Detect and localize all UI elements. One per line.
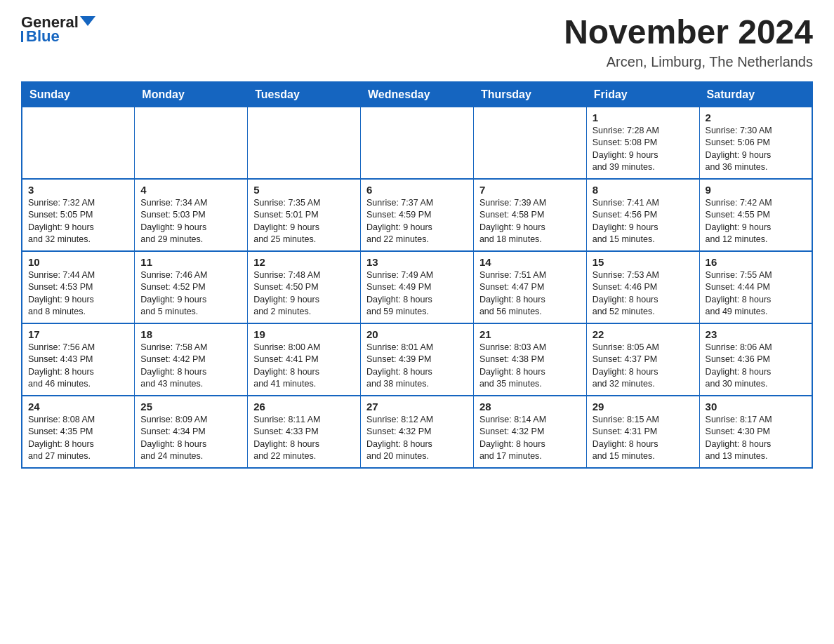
- day-info: Sunrise: 7:44 AM Sunset: 4:53 PM Dayligh…: [28, 269, 128, 318]
- calendar-cell: 25Sunrise: 8:09 AM Sunset: 4:34 PM Dayli…: [135, 396, 248, 468]
- calendar-cell: 21Sunrise: 8:03 AM Sunset: 4:38 PM Dayli…: [473, 323, 586, 396]
- calendar-cell: 20Sunrise: 8:01 AM Sunset: 4:39 PM Dayli…: [361, 323, 474, 396]
- day-info: Sunrise: 7:48 AM Sunset: 4:50 PM Dayligh…: [253, 269, 355, 318]
- calendar-cell: 30Sunrise: 8:17 AM Sunset: 4:30 PM Dayli…: [699, 396, 812, 468]
- day-info: Sunrise: 8:05 AM Sunset: 4:37 PM Dayligh…: [593, 342, 694, 391]
- day-number: 27: [366, 401, 468, 412]
- day-number: 28: [479, 401, 581, 412]
- day-info: Sunrise: 8:03 AM Sunset: 4:38 PM Dayligh…: [479, 342, 581, 391]
- page-header: General Blue November 2024 Arcen, Limbur…: [21, 14, 813, 70]
- calendar-cell: 2Sunrise: 7:30 AM Sunset: 5:06 PM Daylig…: [699, 107, 812, 179]
- calendar-cell: 6Sunrise: 7:37 AM Sunset: 4:59 PM Daylig…: [361, 179, 474, 251]
- day-number: 11: [140, 256, 241, 268]
- day-number: 16: [706, 256, 806, 268]
- calendar-cell: 29Sunrise: 8:15 AM Sunset: 4:31 PM Dayli…: [586, 396, 699, 468]
- day-number: 29: [593, 401, 694, 412]
- day-number: 8: [593, 184, 694, 196]
- day-number: 2: [706, 112, 806, 123]
- day-info: Sunrise: 7:34 AM Sunset: 5:03 PM Dayligh…: [140, 197, 241, 246]
- day-number: 3: [28, 184, 128, 196]
- day-number: 10: [28, 256, 128, 268]
- calendar-cell: 15Sunrise: 7:53 AM Sunset: 4:46 PM Dayli…: [586, 251, 699, 323]
- weekday-header-saturday: Saturday: [699, 82, 812, 107]
- location-title: Arcen, Limburg, The Netherlands: [564, 54, 813, 70]
- logo-triangle-icon: [80, 16, 95, 27]
- calendar-cell: 3Sunrise: 7:32 AM Sunset: 5:05 PM Daylig…: [22, 179, 135, 251]
- month-title: November 2024: [564, 14, 813, 51]
- calendar-table: SundayMondayTuesdayWednesdayThursdayFrid…: [21, 81, 813, 469]
- calendar-cell: 17Sunrise: 7:56 AM Sunset: 4:43 PM Dayli…: [22, 323, 135, 396]
- day-number: 5: [253, 184, 355, 196]
- calendar-cell: 13Sunrise: 7:49 AM Sunset: 4:49 PM Dayli…: [361, 251, 474, 323]
- day-number: 26: [253, 401, 355, 412]
- calendar-cell: [473, 107, 586, 179]
- day-number: 1: [593, 112, 694, 123]
- day-info: Sunrise: 8:01 AM Sunset: 4:39 PM Dayligh…: [366, 342, 468, 391]
- weekday-header-wednesday: Wednesday: [361, 82, 474, 107]
- svg-marker-0: [80, 16, 95, 26]
- calendar-cell: 26Sunrise: 8:11 AM Sunset: 4:33 PM Dayli…: [248, 396, 361, 468]
- day-info: Sunrise: 8:06 AM Sunset: 4:36 PM Dayligh…: [706, 342, 806, 391]
- day-info: Sunrise: 8:00 AM Sunset: 4:41 PM Dayligh…: [253, 342, 355, 391]
- day-info: Sunrise: 7:55 AM Sunset: 4:44 PM Dayligh…: [706, 269, 806, 318]
- calendar-week-row: 10Sunrise: 7:44 AM Sunset: 4:53 PM Dayli…: [22, 251, 812, 323]
- day-info: Sunrise: 8:11 AM Sunset: 4:33 PM Dayligh…: [253, 414, 355, 463]
- weekday-header-tuesday: Tuesday: [248, 82, 361, 107]
- calendar-cell: 7Sunrise: 7:39 AM Sunset: 4:58 PM Daylig…: [473, 179, 586, 251]
- day-number: 4: [140, 184, 241, 196]
- day-info: Sunrise: 8:17 AM Sunset: 4:30 PM Dayligh…: [706, 414, 806, 463]
- calendar-cell: 9Sunrise: 7:42 AM Sunset: 4:55 PM Daylig…: [699, 179, 812, 251]
- calendar-cell: 27Sunrise: 8:12 AM Sunset: 4:32 PM Dayli…: [361, 396, 474, 468]
- logo: General Blue: [21, 14, 95, 45]
- calendar-week-row: 24Sunrise: 8:08 AM Sunset: 4:35 PM Dayli…: [22, 396, 812, 468]
- day-number: 22: [593, 328, 694, 340]
- calendar-cell: [248, 107, 361, 179]
- calendar-cell: 12Sunrise: 7:48 AM Sunset: 4:50 PM Dayli…: [248, 251, 361, 323]
- calendar-week-row: 17Sunrise: 7:56 AM Sunset: 4:43 PM Dayli…: [22, 323, 812, 396]
- calendar-cell: 28Sunrise: 8:14 AM Sunset: 4:32 PM Dayli…: [473, 396, 586, 468]
- weekday-header-friday: Friday: [586, 82, 699, 107]
- day-info: Sunrise: 7:28 AM Sunset: 5:08 PM Dayligh…: [593, 125, 694, 174]
- day-number: 30: [706, 401, 806, 412]
- logo-text-blue: Blue: [26, 28, 60, 45]
- day-info: Sunrise: 8:08 AM Sunset: 4:35 PM Dayligh…: [28, 414, 128, 463]
- calendar-cell: 11Sunrise: 7:46 AM Sunset: 4:52 PM Dayli…: [135, 251, 248, 323]
- weekday-header-row: SundayMondayTuesdayWednesdayThursdayFrid…: [22, 82, 812, 107]
- calendar-week-row: 1Sunrise: 7:28 AM Sunset: 5:08 PM Daylig…: [22, 107, 812, 179]
- calendar-cell: 14Sunrise: 7:51 AM Sunset: 4:47 PM Dayli…: [473, 251, 586, 323]
- day-number: 6: [366, 184, 468, 196]
- day-number: 13: [366, 256, 468, 268]
- day-number: 23: [706, 328, 806, 340]
- calendar-cell: 16Sunrise: 7:55 AM Sunset: 4:44 PM Dayli…: [699, 251, 812, 323]
- day-info: Sunrise: 7:53 AM Sunset: 4:46 PM Dayligh…: [593, 269, 694, 318]
- calendar-cell: 5Sunrise: 7:35 AM Sunset: 5:01 PM Daylig…: [248, 179, 361, 251]
- day-number: 15: [593, 256, 694, 268]
- day-number: 20: [366, 328, 468, 340]
- day-number: 24: [28, 401, 128, 412]
- day-info: Sunrise: 8:12 AM Sunset: 4:32 PM Dayligh…: [366, 414, 468, 463]
- calendar-week-row: 3Sunrise: 7:32 AM Sunset: 5:05 PM Daylig…: [22, 179, 812, 251]
- calendar-cell: [361, 107, 474, 179]
- calendar-cell: 23Sunrise: 8:06 AM Sunset: 4:36 PM Dayli…: [699, 323, 812, 396]
- calendar-cell: 10Sunrise: 7:44 AM Sunset: 4:53 PM Dayli…: [22, 251, 135, 323]
- day-number: 12: [253, 256, 355, 268]
- day-number: 25: [140, 401, 241, 412]
- day-number: 21: [479, 328, 581, 340]
- day-number: 7: [479, 184, 581, 196]
- day-number: 14: [479, 256, 581, 268]
- day-info: Sunrise: 7:35 AM Sunset: 5:01 PM Dayligh…: [253, 197, 355, 246]
- day-number: 9: [706, 184, 806, 196]
- day-info: Sunrise: 8:09 AM Sunset: 4:34 PM Dayligh…: [140, 414, 241, 463]
- weekday-header-monday: Monday: [135, 82, 248, 107]
- weekday-header-thursday: Thursday: [473, 82, 586, 107]
- calendar-cell: 4Sunrise: 7:34 AM Sunset: 5:03 PM Daylig…: [135, 179, 248, 251]
- day-info: Sunrise: 7:42 AM Sunset: 4:55 PM Dayligh…: [706, 197, 806, 246]
- day-info: Sunrise: 7:56 AM Sunset: 4:43 PM Dayligh…: [28, 342, 128, 391]
- calendar-cell: [22, 107, 135, 179]
- day-info: Sunrise: 7:41 AM Sunset: 4:56 PM Dayligh…: [593, 197, 694, 246]
- day-info: Sunrise: 7:58 AM Sunset: 4:42 PM Dayligh…: [140, 342, 241, 391]
- day-info: Sunrise: 8:15 AM Sunset: 4:31 PM Dayligh…: [593, 414, 694, 463]
- day-info: Sunrise: 7:46 AM Sunset: 4:52 PM Dayligh…: [140, 269, 241, 318]
- calendar-cell: 19Sunrise: 8:00 AM Sunset: 4:41 PM Dayli…: [248, 323, 361, 396]
- day-info: Sunrise: 7:39 AM Sunset: 4:58 PM Dayligh…: [479, 197, 581, 246]
